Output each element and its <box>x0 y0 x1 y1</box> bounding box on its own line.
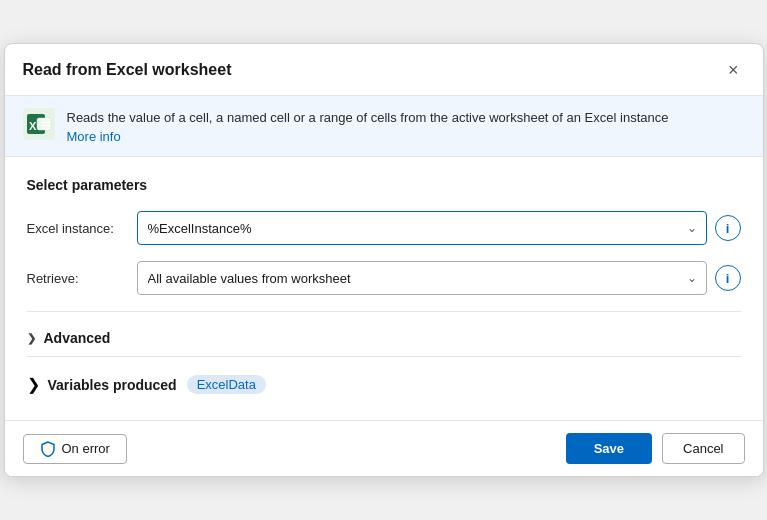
svg-text:X: X <box>29 120 37 132</box>
footer-right: Save Cancel <box>566 433 745 464</box>
info-text-block: Reads the value of a cell, a named cell … <box>67 108 669 145</box>
retrieve-control: All available values from worksheet ⌄ i <box>137 261 741 295</box>
save-button[interactable]: Save <box>566 433 652 464</box>
advanced-toggle[interactable]: ❯ Advanced <box>27 324 741 352</box>
excel-instance-select-wrapper: %ExcelInstance% ⌄ <box>137 211 707 245</box>
retrieve-select[interactable]: All available values from worksheet <box>137 261 707 295</box>
variables-label: Variables produced <box>48 377 177 393</box>
dialog-title: Read from Excel worksheet <box>23 61 232 79</box>
retrieve-row: Retrieve: All available values from work… <box>27 261 741 295</box>
divider-2 <box>27 356 741 357</box>
retrieve-select-wrapper: All available values from worksheet ⌄ <box>137 261 707 295</box>
section-title: Select parameters <box>27 177 741 193</box>
dialog-footer: On error Save Cancel <box>5 420 763 476</box>
variables-toggle[interactable]: ❯ Variables produced <box>27 375 177 394</box>
excel-instance-label: Excel instance: <box>27 221 137 236</box>
variables-row: ❯ Variables produced ExcelData <box>27 369 741 400</box>
cancel-button[interactable]: Cancel <box>662 433 744 464</box>
on-error-label: On error <box>62 441 110 456</box>
close-button[interactable]: × <box>722 58 745 83</box>
excel-instance-select[interactable]: %ExcelInstance% <box>137 211 707 245</box>
excel-instance-control: %ExcelInstance% ⌄ i <box>137 211 741 245</box>
excel-instance-row: Excel instance: %ExcelInstance% ⌄ i <box>27 211 741 245</box>
advanced-label: Advanced <box>44 330 111 346</box>
retrieve-info-button[interactable]: i <box>715 265 741 291</box>
excel-instance-info-button[interactable]: i <box>715 215 741 241</box>
more-info-link[interactable]: More info <box>67 129 669 144</box>
dialog-header: Read from Excel worksheet × <box>5 44 763 96</box>
retrieve-label: Retrieve: <box>27 271 137 286</box>
divider-1 <box>27 311 741 312</box>
variable-badge: ExcelData <box>187 375 266 394</box>
info-description: Reads the value of a cell, a named cell … <box>67 110 669 125</box>
info-banner: X Reads the value of a cell, a named cel… <box>5 96 763 158</box>
variables-chevron-icon: ❯ <box>27 375 40 394</box>
on-error-button[interactable]: On error <box>23 434 127 464</box>
dialog-body: Select parameters Excel instance: %Excel… <box>5 157 763 420</box>
excel-icon: X <box>23 108 55 140</box>
advanced-chevron-icon: ❯ <box>27 332 36 345</box>
dialog-container: Read from Excel worksheet × X Reads the … <box>4 43 764 478</box>
shield-icon <box>40 441 56 457</box>
